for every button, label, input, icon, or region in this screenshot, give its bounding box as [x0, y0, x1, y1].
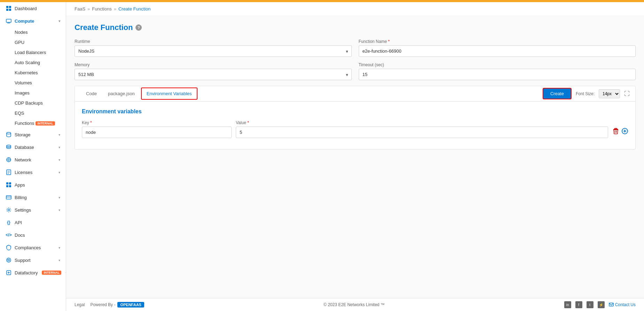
page-title: Create Function ?: [75, 23, 636, 32]
support-arrow: ▾: [59, 258, 60, 262]
sidebar-item-load-balancers[interactable]: Load Balancers: [0, 47, 66, 58]
sidebar-item-compliances[interactable]: Compliances ▾: [0, 241, 66, 254]
timeout-group: Timeout (sec): [359, 62, 636, 80]
create-button[interactable]: Create: [543, 88, 572, 99]
svg-rect-17: [9, 185, 11, 187]
twitter-icon[interactable]: t: [587, 301, 593, 308]
memory-select[interactable]: 256 MB512 MB1 GB2 GB: [75, 69, 352, 80]
tab-code[interactable]: Code: [80, 87, 102, 101]
datafactory-badge: INTERNAL: [42, 271, 61, 275]
sidebar-item-dashboard[interactable]: Dashboard: [0, 2, 66, 15]
rss-icon[interactable]: ⚡: [598, 301, 605, 308]
sidebar-item-settings[interactable]: Settings ▾: [0, 204, 66, 216]
sidebar-item-eqs[interactable]: EQS: [0, 108, 66, 118]
footer-right: in f t ⚡ Contact Us: [564, 301, 636, 308]
sidebar-item-database[interactable]: Database ▾: [0, 141, 66, 153]
env-var-actions: [612, 128, 628, 136]
svg-point-20: [8, 209, 10, 211]
breadcrumb-faas[interactable]: FaaS: [75, 6, 85, 12]
function-name-label: Function Name *: [359, 39, 636, 44]
env-val-input[interactable]: [236, 127, 608, 138]
compliances-icon: [6, 244, 12, 251]
storage-arrow: ▾: [59, 133, 60, 137]
sidebar-item-datafactory[interactable]: Datafactory INTERNAL ▾: [0, 266, 66, 279]
sidebar-item-network[interactable]: Network ▾: [0, 153, 66, 166]
svg-rect-18: [6, 196, 11, 199]
linkedin-icon[interactable]: in: [564, 301, 571, 308]
runtime-select[interactable]: NodeJSPythonGoRuby: [75, 45, 352, 57]
env-key-label: Key *: [82, 120, 232, 125]
tab-package-json[interactable]: package.json: [102, 87, 140, 101]
delete-env-var-button[interactable]: [612, 128, 619, 136]
sidebar-item-functions[interactable]: Functions INTERNAL: [0, 118, 66, 128]
sidebar-item-billing-label: Billing: [15, 195, 56, 200]
sidebar-item-api[interactable]: {} API: [0, 216, 66, 229]
storage-icon: [6, 131, 12, 138]
dashboard-icon: [6, 5, 12, 12]
sidebar-item-storage-label: Storage: [15, 132, 56, 137]
sidebar-item-settings-label: Settings: [15, 207, 56, 213]
footer-powered: Powered By - OPENFAAS: [90, 302, 144, 308]
sidebar-item-storage[interactable]: Storage ▾: [0, 128, 66, 141]
network-icon: [6, 157, 12, 163]
database-arrow: ▾: [59, 145, 60, 149]
sidebar-item-docs[interactable]: </> Docs: [0, 229, 66, 241]
datafactory-icon: [6, 270, 12, 276]
sidebar-item-kubernetes[interactable]: Kubernetes: [0, 68, 66, 78]
svg-rect-14: [6, 182, 8, 184]
timeout-input[interactable]: [359, 69, 636, 80]
sidebar-item-compliances-label: Compliances: [15, 245, 56, 250]
tabs-actions: Create Font Size: 10px12px14px16px18px ⛶: [543, 88, 630, 99]
svg-rect-1: [9, 6, 11, 8]
font-size-select[interactable]: 10px12px14px16px18px: [599, 89, 620, 98]
sidebar-item-licenses[interactable]: Licenses ▾: [0, 166, 66, 179]
sidebar-item-gpu[interactable]: GPU: [0, 37, 66, 47]
fullscreen-button[interactable]: ⛶: [624, 91, 630, 97]
sidebar-item-compute[interactable]: Compute ▾: [0, 15, 66, 27]
svg-point-6: [7, 132, 11, 134]
breadcrumb-functions[interactable]: Functions: [92, 6, 111, 12]
apps-icon: [6, 182, 12, 188]
svg-rect-0: [6, 6, 8, 8]
breadcrumb: FaaS » Functions » Create Function: [66, 2, 644, 16]
env-val-label: Value *: [236, 120, 608, 125]
sidebar-item-support[interactable]: Support ▾: [0, 254, 66, 266]
svg-rect-4: [6, 19, 11, 22]
function-name-input[interactable]: [359, 45, 636, 57]
svg-line-23: [7, 259, 8, 260]
openfaas-logo[interactable]: OPENFAAS: [117, 302, 144, 308]
sidebar-item-apps-label: Apps: [15, 182, 60, 188]
env-key-input[interactable]: [82, 127, 232, 138]
form-row-1: Runtime NodeJSPythonGoRuby Function Name…: [75, 39, 636, 57]
help-icon[interactable]: ?: [135, 24, 142, 31]
contact-us-link[interactable]: Contact Us: [609, 302, 636, 307]
tab-env-vars[interactable]: Environment Variables: [141, 88, 197, 100]
sidebar-item-nodes[interactable]: Nodes: [0, 27, 66, 37]
sidebar: Dashboard Compute ▾ Nodes GPU Load Balan…: [0, 2, 66, 311]
facebook-icon[interactable]: f: [575, 301, 582, 308]
footer-left: Legal Powered By - OPENFAAS: [75, 302, 144, 308]
sidebar-item-datafactory-label: Datafactory: [15, 270, 38, 275]
compliances-arrow: ▾: [59, 246, 60, 250]
sidebar-item-docs-label: Docs: [15, 233, 60, 238]
licenses-arrow: ▾: [59, 170, 60, 174]
font-size-label: Font Size:: [576, 91, 595, 96]
sidebar-item-support-label: Support: [15, 258, 56, 263]
sidebar-item-auto-scaling[interactable]: Auto Scaling: [0, 58, 66, 68]
sidebar-item-billing[interactable]: Billing ▾: [0, 191, 66, 204]
billing-icon: [6, 194, 12, 200]
sidebar-item-licenses-label: Licenses: [15, 170, 56, 175]
svg-point-7: [7, 145, 11, 146]
legal-link[interactable]: Legal: [75, 302, 85, 307]
compute-icon: [6, 18, 12, 24]
add-env-var-button[interactable]: [621, 128, 628, 136]
svg-rect-15: [9, 182, 11, 184]
sidebar-item-apps[interactable]: Apps: [0, 179, 66, 191]
svg-rect-2: [6, 9, 8, 11]
svg-rect-27: [613, 129, 618, 130]
sidebar-item-volumes[interactable]: Volumes: [0, 78, 66, 88]
sidebar-item-cdp-backups[interactable]: CDP Backups: [0, 98, 66, 108]
sidebar-item-images[interactable]: Images: [0, 88, 66, 98]
sidebar-item-database-label: Database: [15, 145, 56, 150]
settings-arrow: ▾: [59, 208, 60, 212]
